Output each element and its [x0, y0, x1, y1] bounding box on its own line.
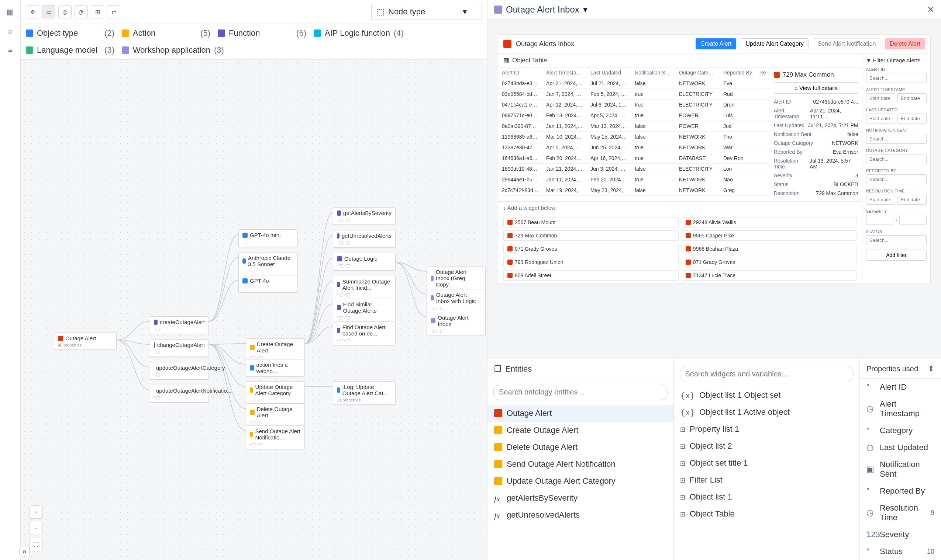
alert-chip[interactable]: 9968 Beahan Plaza	[682, 244, 857, 254]
alert-chip[interactable]: 071 Grady Groves	[503, 244, 679, 254]
graph-node[interactable]: Update Outage Alert Category· ⬚ · ⬚	[246, 381, 305, 405]
graph-node[interactable]: Summarize Outage Alert Incid...· ⬚ · ⬚	[333, 276, 396, 300]
graph-node[interactable]: GPT-4o· ⬚	[238, 275, 298, 293]
zoom-in-button[interactable]: ＋	[29, 505, 43, 519]
property-item[interactable]: ”Alert ID	[860, 378, 941, 395]
filter-end-date[interactable]	[898, 93, 927, 103]
filter-start-date[interactable]	[866, 93, 895, 103]
column-header[interactable]: Reported By	[720, 68, 756, 78]
add-widget-row[interactable]: ↓ Add a widget below	[498, 201, 862, 214]
column-header[interactable]: Alert Timestamp	[543, 68, 587, 78]
graph-node[interactable]: updateOutageAlertNotificatio...· ⬚	[150, 385, 209, 403]
grid-tool[interactable]: ⊞	[91, 5, 104, 18]
object-table[interactable]: Alert IDAlert TimestampLast UpdatedNotif…	[498, 68, 770, 196]
property-item[interactable]: ”Reported By	[860, 483, 941, 500]
table-row[interactable]: 2c7c742f-83d1-...Mar 19, 2024,May 23, 20…	[498, 185, 770, 196]
graph-node[interactable]: Outage Alert46 properties	[54, 332, 117, 350]
property-item[interactable]: 123Severity	[860, 526, 941, 543]
filter-end-date[interactable]	[898, 195, 927, 205]
alert-chip[interactable]: 29248 Alivia Walks	[682, 217, 857, 228]
table-row[interactable]: 0a2af390-87a0-4855-a4ac-...Jan 11, 2024,…	[498, 121, 770, 132]
layout-icon[interactable]: ▦	[5, 6, 16, 18]
filter-start-date[interactable]	[866, 195, 895, 205]
table-row[interactable]: 02743bda-e870-439f-...Apr 21, 2024, 11:1…	[498, 78, 770, 89]
graph-node[interactable]: Find Similar Outage Alerts· ⬚ · ⬚	[333, 298, 396, 323]
graph-node[interactable]: Find Outage Alert based on de...· ⬚ · ⬚	[333, 322, 396, 345]
alert-chip[interactable]: 071 Grady Groves	[682, 257, 857, 267]
filter-max[interactable]	[899, 215, 927, 225]
widget-item[interactable]: ⊡Property list 1	[674, 421, 860, 438]
column-header[interactable]: Last Updated	[587, 68, 631, 78]
column-header[interactable]: Notification Sent	[631, 68, 675, 78]
swap-tool[interactable]: ⇄	[107, 5, 120, 18]
entity-item[interactable]: Create Outage Alert	[487, 422, 673, 439]
entity-item[interactable]: fxgetAlertsBySeverity	[487, 489, 673, 506]
graph-node[interactable]: Outage Alert Inbox with Logic· ⬚ · ⬚	[427, 289, 486, 313]
legend-item[interactable]: Object type(2)	[26, 28, 114, 38]
filter-input[interactable]	[866, 134, 927, 144]
filter-min[interactable]	[866, 215, 893, 225]
graph-node[interactable]: getUnresolvedAlerts· ⬚ · ⬚	[333, 230, 396, 248]
delete-alert-button[interactable]: Delete Alert	[885, 38, 925, 49]
alert-chip[interactable]: 71347 Lucie Trace	[682, 270, 857, 280]
widget-item[interactable]: ⊡Filter List	[674, 472, 860, 488]
alert-chip[interactable]: 729 Max Common	[503, 231, 679, 241]
alert-chip[interactable]: 9565 Casper Pike	[682, 231, 857, 241]
graph-node[interactable]: Outage Alert Inbox· ⬚ · ⬚	[427, 312, 486, 336]
zoom-fit-button[interactable]: ⛶	[29, 538, 43, 551]
graph-node[interactable]: action fires a webho...	[246, 359, 305, 377]
filter-start-date[interactable]	[866, 114, 895, 123]
entity-item[interactable]: Send Outage Alert Notification	[487, 456, 673, 472]
update-category-button[interactable]: Update Alert Category	[740, 38, 808, 49]
graph-node[interactable]: getAlertsBySeverity· ⬚ · ⬚	[333, 207, 396, 225]
list-icon[interactable]: ≡	[5, 44, 16, 56]
close-icon[interactable]: ✕	[927, 5, 934, 15]
pan-tool[interactable]: ✥	[26, 5, 39, 18]
widget-item[interactable]: ⊡Object list 2	[674, 438, 860, 455]
chevron-down-icon[interactable]: ▾	[583, 5, 588, 15]
collapse-button[interactable]: »	[19, 546, 29, 556]
filter-input[interactable]	[866, 235, 927, 245]
alert-chip[interactable]: 793 Rodriguez Union	[503, 257, 679, 267]
entity-item[interactable]: Delete Outage Alert	[487, 439, 673, 456]
graph-node[interactable]: Send Outage Alert Notificatio...· ⬚ · ⬚	[246, 425, 305, 449]
filter-end-date[interactable]	[898, 114, 927, 123]
filter-input[interactable]	[866, 73, 927, 83]
table-row[interactable]: 13387e30-474f-4944-9524-...Apr 5, 2024, …	[498, 142, 770, 153]
graph-node[interactable]: changeOutageAlert· ⬚	[150, 339, 209, 357]
search-icon[interactable]: ⌕	[5, 25, 16, 37]
legend-item[interactable]: Workshop application(3)	[122, 45, 224, 55]
table-row[interactable]: 164636a1-a624-4d5e-...Feb 20, 2024, 10:5…	[498, 153, 770, 164]
graph-node[interactable]: Delete Outage Alert· ⬚ · ⬚	[246, 403, 305, 427]
property-item[interactable]: ◷Resolution Time9	[860, 500, 941, 526]
table-row[interactable]: 29644ae1-b563-4015-...Jan 11, 2024, 1:42…	[498, 174, 770, 185]
graph-node[interactable]: Outage Logic· ⬚ · ⬚	[333, 253, 396, 271]
column-header[interactable]: Outage Category	[675, 68, 720, 78]
property-item[interactable]: ◷Last Updated	[860, 439, 941, 456]
table-row[interactable]: 1890dc10-4884-910b-...Jan 21, 2024, 5:34…	[498, 164, 770, 174]
widgets-search-input[interactable]	[680, 366, 854, 382]
entity-item[interactable]: Update Outage Alert Category	[487, 472, 673, 489]
widget-item[interactable]: {x}Object list 1 Active object	[674, 404, 860, 421]
node-type-select[interactable]: ⬚ Node type ▾	[371, 4, 482, 20]
column-header[interactable]: Re	[756, 68, 770, 78]
property-item[interactable]: ◷Alert Timestamp	[860, 395, 941, 422]
table-row[interactable]: 0897671c-e037-4ac4-9fb3-...Feb 13, 2024,…	[498, 110, 770, 121]
graph-node[interactable]: updateOutageAlertCategory· ⬚	[150, 362, 209, 380]
widget-item[interactable]: ⊡Object Table	[674, 505, 860, 522]
widget-item[interactable]: {x}Object list 1 Object set	[674, 387, 860, 404]
chart-tool[interactable]: ◔	[74, 5, 88, 18]
widget-item[interactable]: ⊡Object set title 1	[674, 455, 860, 472]
filter-input[interactable]	[866, 174, 927, 184]
zoom-out-button[interactable]: －	[29, 522, 43, 535]
view-full-details-button[interactable]: ⌕ View full details	[774, 82, 858, 94]
add-filter-button[interactable]: Add filter	[866, 249, 927, 261]
table-row[interactable]: 03e95584-cd18-4305-...Jan 7, 2024, 6:26 …	[498, 89, 770, 100]
graph-node[interactable]: createOutageAlert· ⬚	[150, 316, 209, 334]
expand-icon[interactable]: ⇕	[928, 364, 934, 373]
widget-item[interactable]: ⊡Object list 1	[674, 488, 860, 505]
entity-item[interactable]: fxgetUnresolvedAlerts	[487, 506, 673, 523]
legend-item[interactable]: Action(5)	[122, 28, 210, 38]
legend-item[interactable]: AIP Logic function(4)	[314, 28, 404, 38]
table-row[interactable]: 0471c4ea1-eb54-4160-...Apr 12, 2024, 5:5…	[498, 100, 770, 110]
